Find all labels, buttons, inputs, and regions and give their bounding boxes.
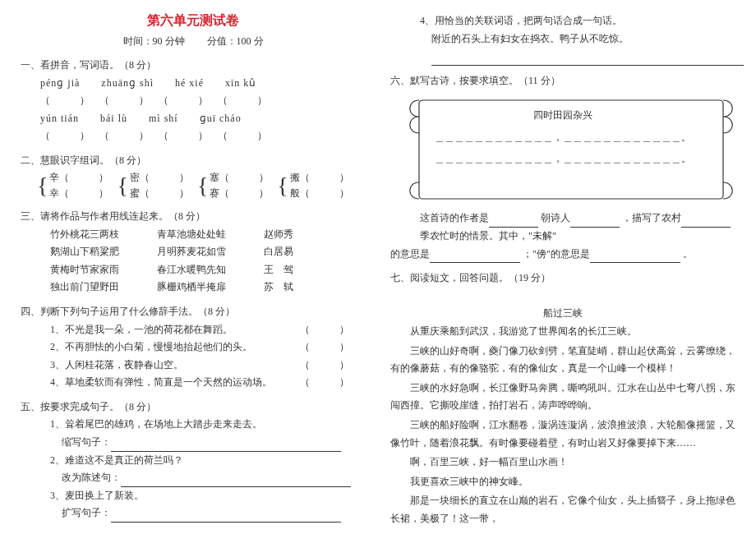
scroll-frame: 四时田园杂兴 ＿＿＿＿＿＿＿＿＿＿＿＿，＿＿＿＿＿＿＿＿＿＿＿＿。 ＿＿＿＿＿＿… [399, 96, 727, 203]
pair-2b: 蜜（ ） [130, 186, 189, 201]
para-2: 三峡的山好奇啊，夔门像刀砍剑劈，笔直陡峭，群山起伏高耸，云雾缭绕，有的像蘑菇，有… [390, 343, 735, 378]
pair-3b: 赛（ ） [210, 186, 269, 201]
blank-line [570, 216, 620, 228]
match-row: 独出前门望野田豚栅鸡栖半掩扉苏 轼 [21, 279, 366, 297]
brace-icon: { [197, 174, 208, 197]
blank-line [489, 216, 538, 228]
q5-2: 2、难道这不是真正的荷兰吗？ [21, 452, 366, 470]
q4-2: 2、不再胆怯的小白菊，慢慢地抬起他们的头。 [50, 338, 252, 357]
pair-1a: 辛（ ） [49, 170, 108, 186]
para-4: 三峡的船好险啊，江水翻卷，漩涡连漩涡，波浪推波浪，大轮船像摇篮，又像竹叶，随着浪… [390, 417, 735, 452]
pinyin-row-1: pénɡ jià zhuānɡ shì hé xié xīn kǔ [21, 75, 366, 93]
section-5: 五、按要求完成句子。（8 分） 1、耸着尾巴的雄鸡，在场地上大踏步走来走去。 缩… [21, 398, 366, 522]
answer-paren: （ ） [300, 374, 366, 392]
para-7: 那是一块细长的直立在山巅的岩石，它像个仙女，头上插簪子，身上拖绿色长裙，美极了！… [390, 492, 735, 527]
score-label: 分值：100 分 [207, 35, 264, 47]
blank-line [590, 251, 680, 263]
section-5-heading: 五、按要求完成句子。（8 分） [21, 398, 366, 417]
pair-2a: 密（ ） [130, 170, 189, 186]
section-1: 一、看拼音，写词语。（8 分） pénɡ jià zhuānɡ shì hé x… [21, 57, 366, 145]
section-2: 二、慧眼识字组词。（8 分） { 辛（ ）幸（ ） { 密（ ）蜜（ ） { 塞… [21, 152, 366, 201]
q5-1-sub: 缩写句子： [62, 436, 111, 448]
q4-3: 3、人闲桂花落，夜静春山空。 [50, 357, 183, 375]
q5-2-sub: 改为陈述句： [62, 472, 121, 483]
match-row: 竹外桃花三两枝青草池塘处处蛙赵师秀 [21, 226, 366, 244]
q5-1: 1、耸着尾巴的雄鸡，在场地上大踏步走来走去。 [21, 416, 366, 434]
blank-line [681, 216, 731, 228]
pinyin-row-2: yún tián bái lù mì shí ɡuī cháo [21, 110, 366, 128]
poem-line-2: ＿＿＿＿＿＿＿＿＿＿＿＿，＿＿＿＿＿＿＿＿＿＿＿＿。 [431, 148, 694, 169]
section-4-heading: 四、判断下列句子运用了什么修辞手法。（8 分） [21, 303, 366, 321]
para-5: 啊，百里三峡，好一幅百里山水画！ [390, 453, 735, 472]
s6-desc-2: 的意思是 ；"傍"的意思是 。 [390, 246, 735, 264]
q5-3-sub: 扩写句子： [62, 507, 111, 518]
section-4: 四、判断下列句子运用了什么修辞手法。（8 分） 1、不光是我一朵，一池的荷花都在… [21, 303, 366, 392]
q5-3: 3、麦田换上了新装。 [21, 487, 366, 505]
paren-row-1: （ ） （ ） （ ） （ ） [21, 92, 366, 110]
para-3: 三峡的水好急啊，长江像野马奔腾，嘶鸣吼叫。江水在山丛中七弯八拐，东闯西撞。它撕咬… [390, 380, 735, 415]
match-row: 黄梅时节家家雨春江水暖鸭先知王 驾 [21, 261, 366, 279]
match-row: 鹅湖山下稻粱肥月明荞麦花如雪白居易 [21, 243, 366, 261]
answer-paren: （ ） [300, 338, 366, 357]
q5-4-text: 附近的石头上有妇女在捣衣。鸭子从不吃惊。 [390, 30, 735, 48]
section-1-heading: 一、看拼音，写词语。（8 分） [21, 57, 366, 75]
brace-icon: { [277, 174, 288, 197]
section-5b: 4、用恰当的关联词语，把两句话合成一句话。 附近的石头上有妇女在捣衣。鸭子从不吃… [390, 12, 735, 66]
poem-title: 四时田园杂兴 [431, 104, 694, 126]
pair-1b: 幸（ ） [49, 186, 108, 201]
section-6: 六、默写古诗，按要求填空。（11 分） 四时田园杂兴 ＿＿＿＿＿＿＿＿＿＿＿＿，… [390, 72, 735, 263]
passage-title: 船过三峡 [390, 305, 735, 323]
s6-desc-1: 这首诗的作者是 朝诗人 ，描写了农村 季农忙时的情景。其中，"未解" [390, 209, 735, 245]
blank-line [111, 511, 341, 522]
section-2-heading: 二、慧眼识字组词。（8 分） [21, 152, 366, 170]
section-6-heading: 六、默写古诗，按要求填空。（11 分） [390, 72, 735, 90]
q4-1: 1、不光是我一朵，一池的荷花都在舞蹈。 [50, 321, 233, 339]
blank-line [121, 476, 351, 487]
answer-paren: （ ） [300, 357, 366, 375]
blank-line [430, 251, 520, 263]
brace-icon: { [37, 174, 48, 197]
blank-line [111, 440, 341, 452]
answer-paren: （ ） [300, 321, 366, 339]
brace-icon: { [117, 174, 127, 197]
test-meta: 时间：90 分钟 分值：100 分 [21, 35, 366, 48]
section-7-heading: 七、阅读短文，回答问题。（19 分） [390, 269, 735, 288]
paren-row-2: （ ） （ ） （ ） （ ） [21, 127, 366, 145]
section-3-heading: 三、请将作品与作者用线连起来。（8 分） [21, 208, 366, 226]
para-6: 我更喜欢三峡中的神女峰。 [390, 473, 735, 491]
pair-4a: 搬（ ） [290, 170, 349, 186]
q4-4: 4、草地柔软而有弹性，简直是一个天然的运动场。 [50, 374, 272, 392]
section-7: 七、阅读短文，回答问题。（19 分） 船过三峡 从重庆乘船到武汉，我游览了世界闻… [390, 269, 735, 527]
time-label: 时间：90 分钟 [123, 35, 185, 47]
poem-line-1: ＿＿＿＿＿＿＿＿＿＿＿＿，＿＿＿＿＿＿＿＿＿＿＿＿。 [431, 127, 694, 148]
q5-4: 4、用恰当的关联词语，把两句话合成一句话。 [390, 12, 735, 30]
para-1: 从重庆乘船到武汉，我游览了世界闻名的长江三峡。 [390, 323, 735, 341]
pair-4b: 般（ ） [290, 186, 349, 201]
test-title: 第六单元测试卷 [21, 12, 366, 30]
blank-line [431, 54, 744, 66]
section-3: 三、请将作品与作者用线连起来。（8 分） 竹外桃花三两枝青草池塘处处蛙赵师秀 鹅… [21, 208, 366, 297]
pair-3a: 塞（ ） [210, 170, 269, 186]
